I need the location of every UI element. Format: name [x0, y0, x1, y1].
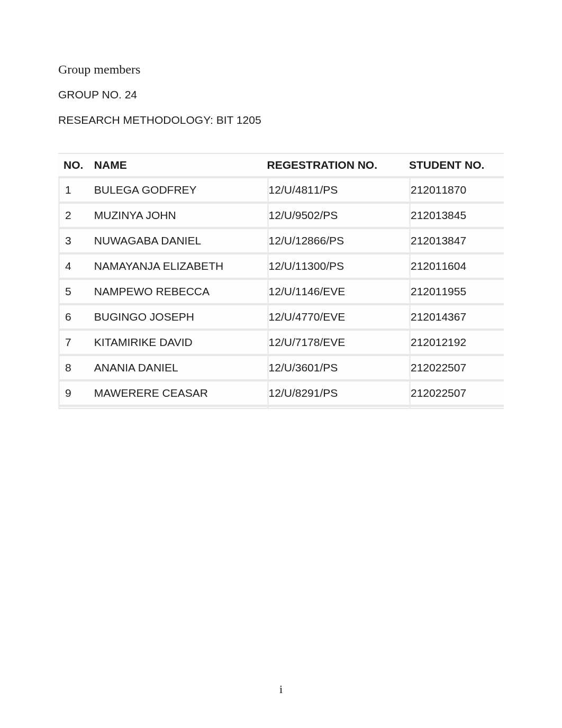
- col-header-reg: REGESTRATION NO.: [267, 153, 409, 177]
- table-header-row: NO. NAME REGESTRATION NO. STUDENT NO.: [58, 153, 504, 177]
- cell-no: 3: [58, 228, 94, 253]
- members-table: NO. NAME REGESTRATION NO. STUDENT NO. 1 …: [58, 153, 504, 409]
- table-row: 2 MUZINYA JOHN 12/U/9502/PS 212013845: [58, 203, 504, 228]
- table-trailing-spacer: [58, 406, 504, 409]
- cell-name: KITAMIRIKE DAVID: [94, 330, 267, 355]
- cell-student: 212011604: [409, 253, 504, 279]
- cell-student: 212014367: [409, 304, 504, 330]
- cell-reg: 12/U/11300/PS: [267, 253, 409, 279]
- cell-name: NUWAGABA DANIEL: [94, 228, 267, 253]
- table-row: 4 NAMAYANJA ELIZABETH 12/U/11300/PS 2120…: [58, 253, 504, 279]
- cell-student: 212011955: [409, 279, 504, 304]
- cell-reg: 12/U/12866/PS: [267, 228, 409, 253]
- cell-reg: 12/U/4770/EVE: [267, 304, 409, 330]
- cell-reg: 12/U/3601/PS: [267, 355, 409, 380]
- cell-reg: 12/U/9502/PS: [267, 203, 409, 228]
- page-title: Group members: [58, 62, 504, 77]
- table-row: 9 MAWERERE CEASAR 12/U/8291/PS 212022507: [58, 380, 504, 406]
- cell-no: 8: [58, 355, 94, 380]
- cell-name: NAMPEWO REBECCA: [94, 279, 267, 304]
- cell-name: MUZINYA JOHN: [94, 203, 267, 228]
- cell-reg: 12/U/7178/EVE: [267, 330, 409, 355]
- col-header-name: NAME: [94, 153, 267, 177]
- col-header-no: NO.: [58, 153, 94, 177]
- table-row: 1 BULEGA GODFREY 12/U/4811/PS 212011870: [58, 177, 504, 203]
- cell-student: 212013847: [409, 228, 504, 253]
- cell-no: 1: [58, 177, 94, 203]
- col-header-student: STUDENT NO.: [409, 153, 504, 177]
- cell-student: 212013845: [409, 203, 504, 228]
- cell-student: 212011870: [409, 177, 504, 203]
- table-row: 7 KITAMIRIKE DAVID 12/U/7178/EVE 2120121…: [58, 330, 504, 355]
- cell-reg: 12/U/8291/PS: [267, 380, 409, 406]
- table-row: 6 BUGINGO JOSEPH 12/U/4770/EVE 212014367: [58, 304, 504, 330]
- cell-no: 5: [58, 279, 94, 304]
- cell-name: NAMAYANJA ELIZABETH: [94, 253, 267, 279]
- cell-reg: 12/U/4811/PS: [267, 177, 409, 203]
- cell-no: 4: [58, 253, 94, 279]
- cell-student: 212022507: [409, 355, 504, 380]
- cell-reg: 12/U/1146/EVE: [267, 279, 409, 304]
- cell-student: 212022507: [409, 380, 504, 406]
- cell-name: BUGINGO JOSEPH: [94, 304, 267, 330]
- cell-no: 7: [58, 330, 94, 355]
- cell-name: ANANIA DANIEL: [94, 355, 267, 380]
- members-table-container: NO. NAME REGESTRATION NO. STUDENT NO. 1 …: [58, 153, 504, 409]
- cell-name: BULEGA GODFREY: [94, 177, 267, 203]
- cell-no: 9: [58, 380, 94, 406]
- cell-no: 6: [58, 304, 94, 330]
- table-row: 3 NUWAGABA DANIEL 12/U/12866/PS 21201384…: [58, 228, 504, 253]
- table-row: 8 ANANIA DANIEL 12/U/3601/PS 212022507: [58, 355, 504, 380]
- page-number: i: [0, 683, 562, 696]
- cell-name: MAWERERE CEASAR: [94, 380, 267, 406]
- course-line: RESEARCH METHODOLOGY: BIT 1205: [58, 114, 504, 126]
- table-row: 5 NAMPEWO REBECCA 12/U/1146/EVE 21201195…: [58, 279, 504, 304]
- cell-no: 2: [58, 203, 94, 228]
- cell-student: 212012192: [409, 330, 504, 355]
- group-number-line: GROUP NO. 24: [58, 88, 504, 101]
